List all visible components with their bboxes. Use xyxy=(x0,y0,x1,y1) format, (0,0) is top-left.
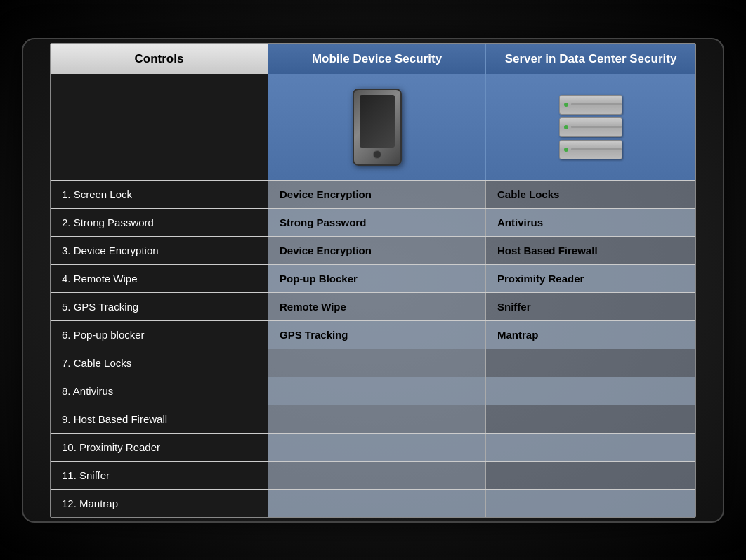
image-row xyxy=(51,74,695,180)
mobile-4: Pop-up Blocker xyxy=(268,265,486,292)
data-row-4: 4. Remote Wipe Pop-up Blocker Proximity … xyxy=(51,264,695,292)
mobile-empty-9 xyxy=(268,405,486,433)
server-slot-2 xyxy=(571,126,622,128)
mobile-6: GPS Tracking xyxy=(268,321,486,349)
control-4: 4. Remote Wipe xyxy=(51,265,268,292)
data-row-11: 11. Sniffer xyxy=(51,461,695,489)
server-unit-3 xyxy=(559,140,622,159)
server-2: Antivirus xyxy=(486,209,695,236)
data-row-5: 5. GPS Tracking Remote Wipe Sniffer xyxy=(51,292,695,320)
outer-container: Controls Mobile Device Security Server i… xyxy=(22,38,724,523)
mobile-2: Strong Password xyxy=(268,209,486,236)
control-8: 8. Antivirus xyxy=(51,377,268,405)
server-slot-3 xyxy=(571,148,622,150)
server-3: Host Based Firewall xyxy=(486,237,695,264)
mobile-empty-8 xyxy=(268,377,486,405)
control-6: 6. Pop-up blocker xyxy=(51,321,268,349)
mobile-empty-10 xyxy=(268,434,486,461)
data-row-10: 10. Proximity Reader xyxy=(51,433,695,461)
server-1: Cable Locks xyxy=(486,181,695,208)
control-2: 2. Strong Password xyxy=(51,209,268,236)
server-5: Sniffer xyxy=(486,293,695,320)
server-slot xyxy=(571,103,622,105)
data-row-3: 3. Device Encryption Device Encryption H… xyxy=(51,236,695,264)
control-5: 5. GPS Tracking xyxy=(51,293,268,320)
mobile-3: Device Encryption xyxy=(268,237,486,264)
data-row-7: 7. Cable Locks xyxy=(51,349,695,377)
phone-button xyxy=(373,150,381,159)
mobile-empty-11 xyxy=(268,462,486,489)
data-row-8: 8. Antivirus xyxy=(51,377,695,405)
server-empty-9 xyxy=(486,405,695,433)
control-10: 10. Proximity Reader xyxy=(51,434,268,461)
server-empty-8 xyxy=(486,377,695,405)
control-3: 3. Device Encryption xyxy=(51,237,268,264)
controls-image-cell xyxy=(51,74,268,180)
phone-screen xyxy=(360,95,395,148)
data-row-2: 2. Strong Password Strong Password Antiv… xyxy=(51,208,695,236)
mobile-empty-7 xyxy=(268,349,486,377)
control-1: 1. Screen Lock xyxy=(51,181,268,208)
server-light-3 xyxy=(564,148,568,152)
control-9: 9. Host Based Firewall xyxy=(51,405,268,433)
server-unit-1 xyxy=(559,95,622,115)
phone-icon xyxy=(353,89,402,166)
data-row-12: 12. Mantrap xyxy=(51,489,695,517)
server-empty-11 xyxy=(486,462,695,489)
header-row: Controls Mobile Device Security Server i… xyxy=(51,44,695,74)
control-7: 7. Cable Locks xyxy=(51,349,268,377)
mobile-5: Remote Wipe xyxy=(268,293,486,320)
server-empty-12 xyxy=(486,490,695,517)
mobile-image-cell xyxy=(268,74,486,180)
mobile-empty-12 xyxy=(268,490,486,517)
data-row-1: 1. Screen Lock Device Encryption Cable L… xyxy=(51,180,695,208)
server-image-cell xyxy=(486,74,695,180)
server-unit-2 xyxy=(559,117,622,137)
server-6: Mantrap xyxy=(486,321,695,349)
data-row-6: 6. Pop-up blocker GPS Tracking Mantrap xyxy=(51,320,695,349)
server-empty-10 xyxy=(486,434,695,461)
server-4: Proximity Reader xyxy=(486,265,695,292)
server-light-2 xyxy=(564,125,568,129)
control-12: 12. Mantrap xyxy=(51,490,268,517)
controls-header: Controls xyxy=(51,44,268,74)
server-header: Server in Data Center Security xyxy=(486,44,695,74)
control-11: 11. Sniffer xyxy=(51,462,268,489)
mobile-header: Mobile Device Security xyxy=(268,44,486,74)
server-light xyxy=(564,103,568,107)
main-table: Controls Mobile Device Security Server i… xyxy=(50,43,696,518)
data-row-9: 9. Host Based Firewall xyxy=(51,405,695,433)
server-empty-7 xyxy=(486,349,695,377)
server-icon xyxy=(559,89,622,166)
mobile-1: Device Encryption xyxy=(268,181,486,208)
